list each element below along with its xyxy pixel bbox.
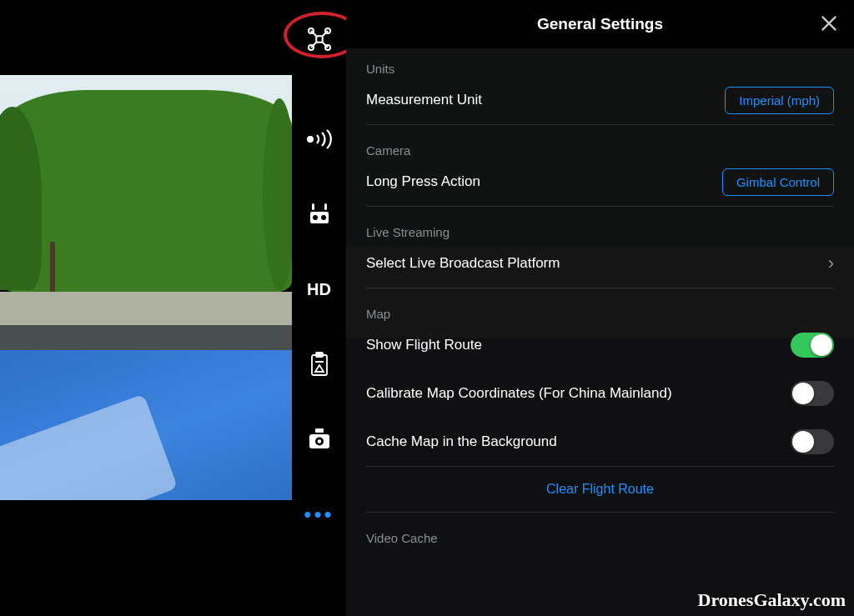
more-icon[interactable]: ••• [305,500,334,528]
feed-bottom-bar [0,500,292,533]
chevron-right-icon: › [828,253,834,274]
live-section-label: Live Streaming [346,207,854,239]
close-button[interactable] [817,12,842,37]
svg-rect-13 [315,428,324,433]
settings-panel: General Settings Units Measurement Unit … [346,0,854,616]
gimbal-camera-icon[interactable] [305,425,334,453]
app-root: HD ••• General Settings [0,0,854,616]
camera-section-label: Camera [346,125,854,158]
panel-header: General Settings [346,0,854,48]
camera-feed [0,75,292,533]
page-title: General Settings [537,15,663,33]
calibrate-map-row: Calibrate Map Coordinates (For China Mai… [346,369,854,418]
show-flight-route-toggle[interactable] [791,333,834,358]
long-press-row[interactable]: Long Press Action Gimbal Control [346,158,854,206]
cache-map-label: Cache Map in the Background [366,433,557,450]
toggle-knob [792,431,814,453]
show-flight-route-label: Show Flight Route [366,337,482,353]
svg-point-5 [307,136,314,143]
tree-trunk [50,242,55,292]
svg-point-16 [317,439,321,443]
svg-point-8 [321,215,326,220]
measurement-unit-row[interactable]: Measurement Unit Imperial (mph) [346,76,854,124]
calibrate-map-toggle[interactable] [791,381,834,406]
show-flight-route-row: Show Flight Route [346,321,854,369]
trees-area [0,90,292,294]
svg-rect-9 [312,203,314,210]
long-press-label: Long Press Action [366,173,480,190]
video-cache-section-label: Video Cache [346,513,854,545]
remote-controller-icon[interactable] [305,200,334,228]
svg-rect-10 [324,203,327,210]
broadcast-platform-row[interactable]: Select Live Broadcast Platform › [346,239,854,288]
svg-point-7 [313,215,318,220]
measurement-unit-label: Measurement Unit [366,92,482,108]
hd-transmission-icon[interactable]: HD [305,275,334,303]
units-section-label: Units [346,48,854,76]
watermark: DronesGalaxy.com [698,589,846,611]
toggle-knob [792,383,814,404]
cache-map-toggle[interactable] [791,429,834,454]
battery-clipboard-icon[interactable] [305,350,334,378]
long-press-value-button[interactable]: Gimbal Control [722,168,834,196]
measurement-unit-value-button[interactable]: Imperial (mph) [725,87,834,114]
cache-map-row: Cache Map in the Background [346,418,854,466]
map-section-label: Map [346,288,854,321]
shadow-area [0,325,292,350]
settings-list: Units Measurement Unit Imperial (mph) Ca… [346,48,854,616]
toggle-knob [811,334,832,356]
signal-icon[interactable] [305,125,334,153]
broadcast-platform-label: Select Live Broadcast Platform [366,255,560,272]
settings-sidebar: HD ••• [292,0,346,616]
svg-rect-12 [316,353,323,357]
calibrate-map-label: Calibrate Map Coordinates (For China Mai… [366,385,672,402]
clear-flight-route-button[interactable]: Clear Flight Route [346,467,854,512]
